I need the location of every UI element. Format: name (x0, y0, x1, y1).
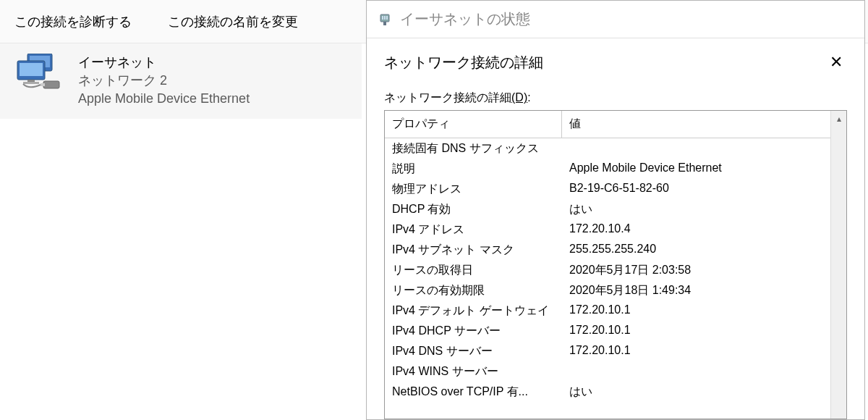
close-icon: ✕ (830, 53, 843, 72)
table-row[interactable]: IPv4 サブネット マスク255.255.255.240 (385, 240, 830, 260)
property-cell: IPv4 DHCP サーバー (385, 321, 562, 341)
connection-network: ネットワーク 2 (78, 72, 250, 90)
value-cell: はい (562, 382, 830, 402)
svg-rect-3 (20, 63, 43, 76)
value-cell (562, 138, 830, 159)
table-row[interactable]: 説明Apple Mobile Device Ethernet (385, 159, 830, 179)
svg-rect-6 (43, 81, 59, 88)
property-cell: 説明 (385, 159, 562, 179)
value-cell: Apple Mobile Device Ethernet (562, 159, 830, 179)
value-cell: 172.20.10.1 (562, 341, 830, 361)
property-cell: IPv4 サブネット マスク (385, 240, 562, 260)
property-cell: リースの取得日 (385, 260, 562, 280)
toolbar-rename[interactable]: この接続の名前を変更 (168, 13, 298, 30)
table-row[interactable]: リースの取得日2020年5月17日 2:03:58 (385, 260, 830, 280)
property-cell: リースの有効期限 (385, 280, 562, 301)
property-cell: 物理アドレス (385, 179, 562, 199)
table-row[interactable]: IPv4 WINS サーバー (385, 361, 830, 382)
table-row[interactable]: 接続固有 DNS サフィックス (385, 138, 830, 159)
table-row[interactable]: IPv4 デフォルト ゲートウェイ172.20.10.1 (385, 301, 830, 321)
table-row[interactable]: NetBIOS over TCP/IP 有...はい (385, 382, 830, 402)
property-cell: IPv4 WINS サーバー (385, 361, 562, 382)
table-row[interactable]: 物理アドレスB2-19-C6-51-82-60 (385, 179, 830, 199)
column-property[interactable]: プロパティ (385, 111, 562, 138)
details-table: プロパティ 値 接続固有 DNS サフィックス説明Apple Mobile De… (384, 110, 847, 419)
value-cell: B2-19-C6-51-82-60 (562, 179, 830, 199)
table-row[interactable]: IPv4 DNS サーバー172.20.10.1 (385, 341, 830, 361)
svg-rect-7 (41, 83, 45, 86)
svg-rect-12 (386, 16, 388, 20)
svg-rect-10 (382, 16, 383, 20)
svg-rect-4 (27, 80, 35, 82)
toolbar-diagnose[interactable]: この接続を診断する (14, 13, 132, 30)
scroll-up-icon[interactable]: ▴ (831, 111, 846, 127)
status-window-title: イーサネットの状態 (400, 9, 530, 29)
connection-item[interactable]: イーサネット ネットワーク 2 Apple Mobile Device Ethe… (0, 43, 362, 119)
section-label: ネットワーク接続の詳細(D): (384, 91, 847, 106)
svg-rect-9 (383, 22, 386, 25)
property-cell: 接続固有 DNS サフィックス (385, 138, 562, 159)
table-row[interactable]: DHCP 有効はい (385, 199, 830, 219)
table-row[interactable]: IPv4 アドレス172.20.10.4 (385, 219, 830, 240)
dialog-header: ネットワーク接続の詳細 ✕ (367, 38, 864, 79)
scrollbar[interactable]: ▴ (830, 111, 846, 419)
property-cell: IPv4 デフォルト ゲートウェイ (385, 301, 562, 321)
property-cell: IPv4 DNS サーバー (385, 341, 562, 361)
property-cell: NetBIOS over TCP/IP 有... (385, 382, 562, 402)
close-button[interactable]: ✕ (825, 51, 847, 73)
ethernet-plug-icon (377, 12, 393, 28)
column-value[interactable]: 値 (562, 111, 830, 138)
value-cell: 172.20.10.1 (562, 301, 830, 321)
value-cell: 2020年5月18日 1:49:34 (562, 280, 830, 301)
svg-rect-11 (384, 16, 386, 20)
dialog-title: ネットワーク接続の詳細 (384, 53, 543, 72)
connection-name: イーサネット (78, 54, 250, 72)
table-row[interactable]: リースの有効期限2020年5月18日 1:49:34 (385, 280, 830, 301)
table-header: プロパティ 値 (385, 111, 830, 138)
value-cell: 172.20.10.1 (562, 321, 830, 341)
property-cell: DHCP 有効 (385, 199, 562, 219)
dialog-body: ネットワーク接続の詳細(D): プロパティ 値 接続固有 DNS サフィックス説… (367, 79, 864, 419)
value-cell: 2020年5月17日 2:03:58 (562, 260, 830, 280)
svg-rect-5 (23, 82, 39, 84)
value-cell: 255.255.255.240 (562, 240, 830, 260)
value-cell: 172.20.10.4 (562, 219, 830, 240)
ethernet-adapter-icon (14, 54, 65, 93)
details-dialog: イーサネットの状態 ネットワーク接続の詳細 ✕ ネットワーク接続の詳細(D): … (366, 0, 865, 420)
value-cell (562, 361, 830, 382)
property-cell: IPv4 アドレス (385, 219, 562, 240)
connection-adapter: Apple Mobile Device Ethernet (78, 90, 250, 108)
table-row[interactable]: IPv4 DHCP サーバー172.20.10.1 (385, 321, 830, 341)
status-window-titlebar: イーサネットの状態 (367, 1, 864, 38)
connection-labels: イーサネット ネットワーク 2 Apple Mobile Device Ethe… (78, 54, 250, 109)
value-cell: はい (562, 199, 830, 219)
